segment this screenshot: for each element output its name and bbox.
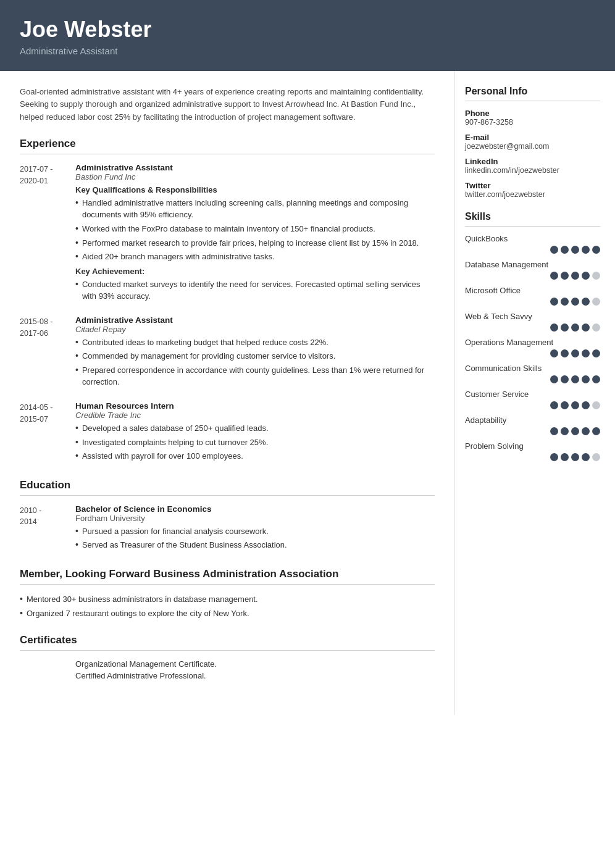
skill-name-8: Problem Solving: [465, 441, 600, 451]
certificate-text-0: Organizational Management Certificate.: [75, 659, 435, 669]
skill-item-4: Operations Management: [465, 338, 600, 357]
exp-bullet-0-1-0: Conducted market surveys to identify the…: [75, 278, 435, 303]
experience-section: Experience 2017-07 -2020-01Administrativ…: [20, 138, 435, 464]
summary-text: Goal-oriented administrative assistant w…: [20, 86, 435, 124]
skill-item-5: Communication Skills: [465, 364, 600, 383]
member-bullet-list: Mentored 30+ business administrators in …: [20, 593, 435, 619]
linkedin-value: linkedin.com/in/joezwebster: [465, 166, 600, 175]
personal-info-title: Personal Info: [465, 86, 600, 97]
cert-indent-0: [20, 659, 75, 669]
right-column: Personal Info Phone 907-867-3258 E-mail …: [454, 71, 615, 716]
twitter-value: twitter.com/joezwebster: [465, 190, 600, 199]
exp-dates-2: 2014-05 -2015-07: [20, 401, 75, 464]
skill-name-0: QuickBooks: [465, 234, 600, 243]
certificates-section: Certificates Organizational Management C…: [20, 634, 435, 680]
exp-job-title-1: Administrative Assistant: [75, 315, 435, 325]
candidate-name: Joe Webster: [20, 17, 595, 42]
exp-job-title-2: Human Resources Intern: [75, 401, 435, 411]
member-title: Member, Looking Forward Business Adminis…: [20, 568, 435, 580]
main-layout: Goal-oriented administrative assistant w…: [0, 71, 615, 716]
education-divider: [20, 495, 435, 496]
exp-bullet-2-0-1: Investigated complaints helping to cut t…: [75, 436, 435, 449]
personal-info-divider: [465, 101, 600, 101]
exp-bullet-1-0-0: Contributed ideas to marketing budget th…: [75, 336, 435, 349]
exp-bullet-1-0-2: Prepared correspondence in accordance wi…: [75, 364, 435, 388]
edu-dates-0: 2010 -2014: [20, 504, 75, 553]
left-column: Goal-oriented administrative assistant w…: [0, 71, 454, 716]
skills-divider: [465, 226, 600, 227]
exp-bullet-0-0-3: Aided 20+ branch managers with administr…: [75, 251, 435, 263]
dot-filled: [561, 349, 569, 357]
exp-job-title-0: Administrative Assistant: [75, 163, 435, 172]
dot-filled: [571, 349, 579, 357]
linkedin-label: LinkedIn: [465, 157, 600, 166]
edu-degree-0: Bachelor of Science in Economics: [75, 504, 435, 514]
dot-filled: [582, 298, 590, 306]
member-divider: [20, 584, 435, 585]
skills-section: Skills QuickBooksDatabase ManagementMicr…: [465, 211, 600, 461]
skill-dots-8: [465, 453, 600, 461]
certificates-divider: [20, 650, 435, 651]
experience-divider: [20, 154, 435, 154]
skill-dots-1: [465, 272, 600, 280]
certificate-entry-0: Organizational Management Certificate.: [20, 659, 435, 669]
linkedin-item: LinkedIn linkedin.com/in/joezwebster: [465, 157, 600, 175]
skill-name-5: Communication Skills: [465, 364, 600, 373]
experience-entry-1: 2015-08 -2017-06Administrative Assistant…: [20, 315, 435, 390]
skill-dots-5: [465, 375, 600, 383]
skills-title: Skills: [465, 211, 600, 222]
dot-filled: [550, 401, 558, 409]
dot-filled: [582, 401, 590, 409]
exp-content-0: Administrative AssistantBastion Fund Inc…: [75, 163, 435, 304]
skill-item-7: Adaptability: [465, 415, 600, 435]
dot-filled: [561, 323, 569, 332]
skill-item-8: Problem Solving: [465, 441, 600, 461]
skill-dots-0: [465, 246, 600, 254]
dot-filled: [561, 298, 569, 306]
dot-filled: [561, 427, 569, 435]
resume-header: Joe Webster Administrative Assistant: [0, 0, 615, 71]
exp-bullets-1-0: Contributed ideas to marketing budget th…: [75, 336, 435, 388]
exp-dates-1: 2015-08 -2017-06: [20, 315, 75, 390]
dot-filled: [582, 246, 590, 254]
exp-content-2: Human Resources InternCredible Trade Inc…: [75, 401, 435, 464]
skill-dots-3: [465, 323, 600, 332]
dot-empty: [592, 453, 600, 461]
edu-content-0: Bachelor of Science in EconomicsFordham …: [75, 504, 435, 553]
dot-filled: [571, 401, 579, 409]
education-entry-0: 2010 -2014Bachelor of Science in Economi…: [20, 504, 435, 553]
edu-bullet-0-1: Served as Treasurer of the Student Busin…: [75, 539, 435, 551]
skill-dots-4: [465, 349, 600, 357]
phone-label: Phone: [465, 109, 600, 118]
exp-bullet-2-0-2: Assisted with payroll for over 100 emplo…: [75, 450, 435, 462]
dot-filled: [561, 272, 569, 280]
exp-company-0: Bastion Fund Inc: [75, 172, 435, 182]
exp-content-1: Administrative AssistantCitadel RepayCon…: [75, 315, 435, 390]
dot-filled: [582, 375, 590, 383]
dot-filled: [550, 246, 558, 254]
skill-item-1: Database Management: [465, 260, 600, 280]
certificate-entry-1: Certified Administrative Professional.: [20, 671, 435, 680]
exp-bullets-0-0: Handled administrative matters including…: [75, 197, 435, 263]
skill-name-2: Microsoft Office: [465, 286, 600, 295]
member-bullet-0: Mentored 30+ business administrators in …: [20, 593, 435, 606]
member-bullet-1: Organized 7 restaurant outings to explor…: [20, 607, 435, 620]
skill-dots-2: [465, 298, 600, 306]
dot-filled: [550, 349, 558, 357]
experience-title: Experience: [20, 138, 435, 150]
phone-item: Phone 907-867-3258: [465, 109, 600, 127]
exp-dates-0: 2017-07 -2020-01: [20, 163, 75, 304]
education-section: Education 2010 -2014Bachelor of Science …: [20, 479, 435, 553]
certificate-text-1: Certified Administrative Professional.: [75, 671, 435, 680]
skill-name-6: Customer Service: [465, 390, 600, 399]
skill-item-2: Microsoft Office: [465, 286, 600, 306]
exp-company-1: Citadel Repay: [75, 325, 435, 334]
dot-filled: [571, 375, 579, 383]
dot-filled: [571, 427, 579, 435]
exp-bullet-0-0-2: Performed market research to provide fai…: [75, 237, 435, 249]
edu-bullet-0-0: Pursued a passion for financial analysis…: [75, 525, 435, 538]
twitter-label: Twitter: [465, 181, 600, 190]
skill-dots-6: [465, 401, 600, 409]
dot-empty: [592, 272, 600, 280]
dot-empty: [592, 298, 600, 306]
